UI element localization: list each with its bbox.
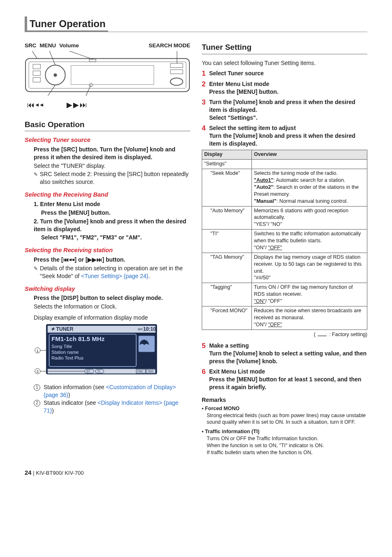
page-number: 24 bbox=[25, 469, 32, 476]
remark-forced-mono: • Forced MONO Strong electrical fields (… bbox=[202, 405, 367, 426]
row-ti-d: "TI" bbox=[202, 230, 252, 253]
tuner-setting-intro: You can select following Tuner Setting i… bbox=[202, 59, 367, 67]
selecting-tuner-source-heading: Selecting Tuner source bbox=[25, 136, 190, 144]
svg-rect-18 bbox=[89, 59, 96, 62]
svg-point-6 bbox=[54, 73, 57, 77]
tuner-setting-link[interactable]: <Tuner Setting> (page 24) bbox=[81, 273, 148, 279]
sel-band-1b: Press the [MENU] button. bbox=[25, 209, 190, 217]
svg-text:Radio Text Plus: Radio Text Plus bbox=[51, 355, 83, 360]
row-ti-o: Switches to the traffic information auto… bbox=[252, 230, 367, 253]
sel-band-2a: 2. Turn the [Volume] knob and press it w… bbox=[25, 218, 190, 233]
remark-ti: • Traffic information (TI) Turns ON or O… bbox=[202, 428, 367, 456]
page-title-border: Tuner Operation bbox=[25, 16, 367, 32]
svg-rect-2 bbox=[33, 64, 40, 69]
svg-text:ST: ST bbox=[86, 369, 90, 373]
step-4: 4 Select the setting item to adjust Turn… bbox=[202, 124, 367, 148]
svg-line-15 bbox=[48, 85, 55, 95]
skip-right-icon: ▶▶⏭ bbox=[88, 256, 102, 263]
svg-text:am: am bbox=[138, 327, 143, 331]
row-tagmemory-d: "TAG Memory" bbox=[202, 253, 252, 283]
label-menu: MENU bbox=[40, 42, 56, 49]
receiver-svg bbox=[25, 51, 190, 97]
label-search-mode: SEARCH MODE bbox=[149, 42, 190, 49]
svg-rect-7 bbox=[71, 65, 154, 84]
sel-band-2b: Select "FM1", "FM2", "FM3" or "AM". bbox=[25, 234, 190, 241]
row-tagmemory-o: Displays the tag memory usage of RDS sta… bbox=[252, 253, 367, 283]
basic-operation-heading: Basic Operation bbox=[25, 119, 190, 132]
svg-text:TI: TI bbox=[97, 369, 100, 373]
svg-rect-4 bbox=[33, 77, 40, 82]
label-volume: Volume bbox=[59, 42, 79, 49]
row-seekmode-o: Selects the tuning mode of the radio. "A… bbox=[252, 169, 367, 206]
row-forcedmono-d: "Forced MONO" bbox=[202, 306, 252, 330]
th-display: Display bbox=[202, 150, 252, 160]
step-5: 5 Make a setting Turn the [Volume] knob … bbox=[202, 342, 367, 365]
svg-rect-8 bbox=[171, 63, 183, 67]
circled-1-icon: 1 bbox=[34, 384, 40, 391]
selecting-band-heading: Selecting the Receiving Band bbox=[25, 191, 190, 199]
step-2: 2 Enter Menu List mode Press the [MENU] … bbox=[202, 80, 367, 96]
svg-rect-0 bbox=[25, 58, 189, 92]
model-name: KIV-BT900/ KIV-700 bbox=[36, 470, 83, 476]
row-seekmode-d: "Seek Mode" bbox=[202, 169, 252, 206]
pencil-icon: ✎ bbox=[34, 265, 38, 280]
step-3: 3 Turn the [Volume] knob and press it wh… bbox=[202, 98, 367, 122]
svg-text:Station name: Station name bbox=[51, 350, 78, 355]
step-1: 1 Select Tuner source bbox=[202, 70, 367, 78]
svg-text:✶: ✶ bbox=[51, 326, 55, 332]
switching-display-heading: Switching display bbox=[25, 285, 190, 293]
sel-band-1a: 1. Enter Menu List mode bbox=[25, 200, 190, 208]
sel-station-note: Details of the station selecting in oper… bbox=[40, 265, 190, 280]
row-automemory-o: Memorizes 6 stations with good reception… bbox=[252, 206, 367, 230]
label-src: SRC bbox=[25, 42, 37, 49]
row-settings: "Settings" bbox=[202, 160, 252, 169]
tuner-setting-heading: Tuner Setting bbox=[202, 42, 367, 54]
callout-1: 1 Station information (see <Customizatio… bbox=[25, 383, 190, 399]
skip-left-icon: ⏮◀◀ bbox=[63, 256, 75, 263]
skip-left-icon: ⏮◀◀ bbox=[27, 101, 44, 109]
svg-rect-9 bbox=[171, 70, 183, 74]
svg-text:10:10: 10:10 bbox=[143, 326, 156, 332]
page-title: Tuner Operation bbox=[25, 16, 108, 32]
left-column: SRC MENU Volume SEARCH MODE bbox=[25, 42, 190, 458]
factory-legend: ( : Factory setting) bbox=[202, 331, 367, 338]
receiver-diagram: SRC MENU Volume SEARCH MODE bbox=[25, 42, 190, 110]
row-forcedmono-o: Reduces the noise when stereo broadcasts… bbox=[252, 306, 367, 330]
circled-2-icon: 2 bbox=[34, 400, 40, 406]
row-tagging-o: Turns ON / OFF the tag memory function o… bbox=[252, 283, 367, 306]
right-column: Tuner Setting You can select following T… bbox=[202, 42, 367, 458]
svg-rect-3 bbox=[33, 71, 40, 75]
sel-tuner-src-body2: Select the "TUNER" display. bbox=[25, 162, 190, 170]
svg-text:FM1-1ch 81.5 MHz: FM1-1ch 81.5 MHz bbox=[51, 335, 105, 342]
settings-table: Display Overview "Settings" "Seek Mode" … bbox=[202, 150, 367, 330]
display-example-title: Display example of information display m… bbox=[25, 314, 190, 322]
svg-text:FAV: FAV bbox=[137, 369, 143, 373]
svg-line-12 bbox=[49, 51, 55, 65]
switch-disp-b2: Selects the Information or Clock. bbox=[25, 303, 190, 311]
svg-text:TAG: TAG bbox=[148, 369, 154, 373]
switch-disp-b1: Press the [DISP] button to select displa… bbox=[25, 294, 190, 302]
step-6: 6 Exit Menu List mode Press the [MENU] b… bbox=[202, 368, 367, 391]
remarks-heading: Remarks bbox=[202, 396, 367, 404]
svg-text:TUNER: TUNER bbox=[56, 326, 74, 332]
page-footer: 24 | KIV-BT900/ KIV-700 bbox=[25, 469, 367, 477]
th-overview: Overview bbox=[252, 150, 367, 160]
svg-point-10 bbox=[171, 78, 183, 85]
svg-text:2: 2 bbox=[37, 369, 39, 374]
skip-right-icon: ▶▶⏭ bbox=[67, 101, 88, 109]
sel-tuner-src-body1: Press the [SRC] button. Turn the [Volume… bbox=[25, 146, 190, 161]
svg-text:Song Title: Song Title bbox=[51, 344, 72, 349]
svg-line-11 bbox=[32, 51, 37, 58]
row-tagging-d: "Tagging" bbox=[202, 283, 252, 306]
display-example: ✶ TUNER am 10:10 FM1-1ch 81.5 MHz Song T… bbox=[35, 324, 190, 380]
sel-station-body1: Press the [⏮◀◀] or [▶▶⏭] button. bbox=[25, 256, 190, 264]
row-automemory-d: "Auto Memory" bbox=[202, 206, 252, 230]
svg-text:1: 1 bbox=[37, 348, 39, 353]
selecting-station-heading: Selecting the Receiving station bbox=[25, 246, 190, 255]
pencil-icon: ✎ bbox=[34, 170, 38, 186]
callout-2: 2 Status indicator (see <Display Indicat… bbox=[25, 399, 190, 415]
sel-tuner-src-note: SRC Select mode 2: Pressing the [SRC] bu… bbox=[40, 170, 190, 186]
